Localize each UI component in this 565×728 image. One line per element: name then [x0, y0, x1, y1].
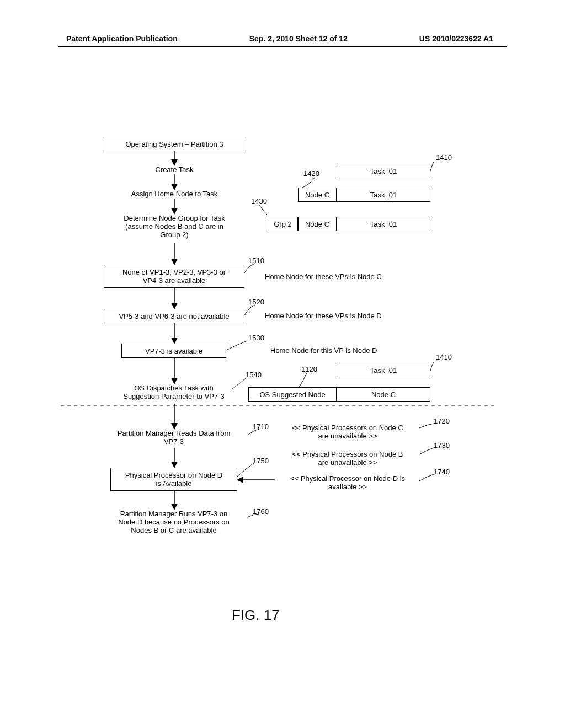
- step-create-task: Create Task: [141, 165, 207, 174]
- ref-1410b: 1410: [436, 353, 452, 361]
- step-assign-home: Assign Home Node to Task: [115, 190, 234, 198]
- ref-1530: 1530: [248, 334, 264, 342]
- step-os-partition: Operating System – Partition 3: [103, 137, 246, 151]
- ref-1120: 1120: [301, 365, 317, 373]
- ref-1730: 1730: [434, 441, 450, 449]
- page-header: Patent Application Publication Sep. 2, 2…: [0, 34, 565, 43]
- ref-1750: 1750: [253, 457, 269, 465]
- step-pm-runs: Partition Manager Runs VP7-3 on Node D b…: [99, 510, 248, 534]
- step-determine-group: Determine Node Group for Task (assume No…: [105, 214, 244, 239]
- box-task01-b: Task_01: [337, 188, 430, 202]
- header-divider: [58, 46, 507, 47]
- note-home-c: Home Node for these VPs is Node C: [265, 272, 382, 281]
- ref-1720: 1720: [434, 417, 450, 425]
- ref-1510: 1510: [248, 256, 264, 265]
- step-pm-reads: Partition Manager Reads Data from VP7-3: [97, 429, 251, 446]
- box-nodec-c: Node C: [337, 387, 430, 402]
- note-home-d2: Home Node for this VP is Node D: [270, 346, 377, 355]
- box-grp2: Grp 2: [268, 217, 298, 231]
- note-phys-c: << Physical Processors on Node C are una…: [276, 424, 419, 440]
- note-phys-b: << Physical Processors on Node B are una…: [276, 450, 419, 467]
- box-nodec-b: Node C: [298, 217, 337, 231]
- header-left: Patent Application Publication: [66, 34, 178, 43]
- step-phys-d: Physical Processor on Node D is Availabl…: [110, 468, 237, 491]
- note-home-d1: Home Node for these VPs is Node D: [265, 312, 382, 320]
- step-vp7: VP7-3 is available: [121, 344, 226, 358]
- step-vp56: VP5-3 and VP6-3 are not available: [104, 309, 244, 323]
- ref-1420: 1420: [303, 169, 319, 178]
- ref-1430: 1430: [251, 197, 267, 205]
- ref-1410a: 1410: [436, 153, 452, 162]
- box-os-suggested: OS Suggested Node: [248, 387, 337, 402]
- header-right: US 2010/0223622 A1: [419, 34, 493, 43]
- connectors: [0, 0, 565, 728]
- figure-label: FIG. 17: [232, 607, 280, 624]
- ref-1740: 1740: [434, 468, 450, 476]
- ref-1540: 1540: [246, 371, 262, 379]
- ref-1760: 1760: [253, 507, 269, 516]
- box-task01-d: Task_01: [337, 363, 430, 377]
- ref-1520: 1520: [248, 298, 264, 306]
- step-os-dispatch: OS Dispatches Task with Suggestion Param…: [116, 384, 232, 400]
- box-task01-a: Task_01: [337, 164, 430, 178]
- note-phys-d: << Physical Processor on Node D is avail…: [276, 474, 419, 491]
- step-none-vp: None of VP1-3, VP2-3, VP3-3 or VP4-3 are…: [104, 265, 244, 288]
- page: Patent Application Publication Sep. 2, 2…: [0, 0, 565, 728]
- box-nodec-a: Node C: [298, 188, 337, 202]
- header-center: Sep. 2, 2010 Sheet 12 of 12: [249, 34, 348, 43]
- box-task01-c: Task_01: [337, 217, 430, 231]
- ref-1710: 1710: [253, 422, 269, 431]
